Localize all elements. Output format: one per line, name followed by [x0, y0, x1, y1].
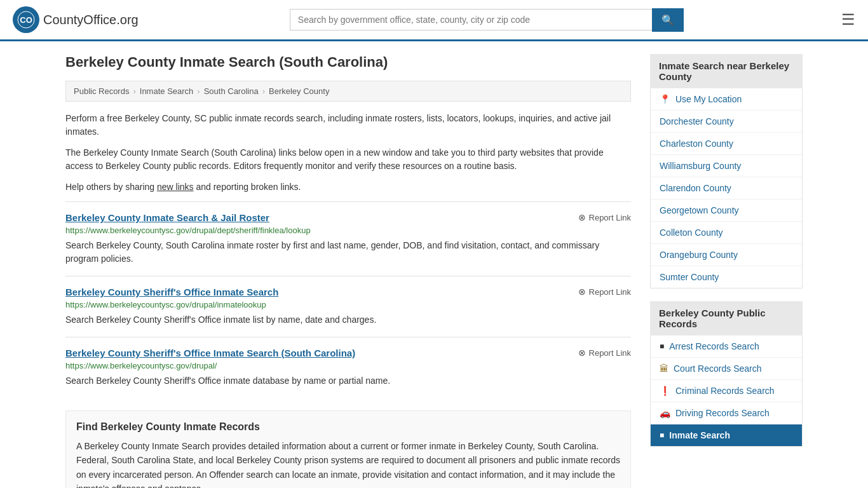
description-para-1: Perform a free Berkeley County, SC publi… [65, 112, 631, 139]
orangeburg-county-link[interactable]: Orangeburg County [660, 250, 738, 260]
logo-area[interactable]: CO CountyOffice.org [13, 6, 139, 33]
result-item-2: Berkeley County Sheriff's Office Inmate … [65, 276, 631, 337]
breadcrumb: Public Records › Inmate Search › South C… [65, 81, 631, 102]
result-title-2[interactable]: Berkeley County Sheriff's Office Inmate … [65, 287, 278, 297]
result-header-3: Berkeley County Sheriff's Office Inmate … [65, 348, 631, 358]
sidebar-item-court-records[interactable]: 🏛 Court Records Search [651, 358, 802, 380]
description-para-2: The Berkeley County Inmate Search (South… [65, 146, 631, 173]
breadcrumb-sep-3: › [262, 86, 265, 96]
result-url-3[interactable]: https://www.berkeleycountysc.gov/drupal/ [65, 361, 631, 370]
sidebar-item-criminal-records[interactable]: ❗ Criminal Records Search [651, 380, 802, 402]
driving-records-link[interactable]: Driving Records Search [675, 408, 770, 418]
breadcrumb-south-carolina[interactable]: South Carolina [204, 86, 259, 96]
sidebar-item-clarendon[interactable]: Clarendon County [651, 177, 802, 200]
search-button[interactable]: 🔍 [652, 8, 684, 32]
williamsburg-county-link[interactable]: Williamsburg County [660, 161, 741, 171]
court-records-icon: 🏛 [660, 363, 668, 374]
sidebar-item-orangeburg[interactable]: Orangeburg County [651, 244, 802, 266]
inmate-search-icon: ■ [660, 431, 664, 440]
breadcrumb-sep-2: › [197, 86, 200, 96]
result-header-1: Berkeley County Inmate Search & Jail Ros… [65, 212, 631, 223]
sidebar-item-driving-records[interactable]: 🚗 Driving Records Search [651, 402, 802, 424]
description-para-3: Help others by sharing new links and rep… [65, 180, 631, 194]
result-desc-2: Search Berkeley County Sheriff's Office … [65, 313, 631, 327]
breadcrumb-inmate-search[interactable]: Inmate Search [140, 86, 194, 96]
result-desc-3: Search Berkeley County Sheriff's Office … [65, 374, 631, 388]
sidebar-item-use-my-location[interactable]: 📍 Use My Location [651, 88, 802, 111]
find-title: Find Berkeley County Inmate Records [76, 421, 620, 433]
sumter-county-link[interactable]: Sumter County [660, 272, 719, 282]
sidebar-nearby-section: Inmate Search near Berkeley County 📍 Use… [650, 54, 803, 288]
result-header-2: Berkeley County Sheriff's Office Inmate … [65, 287, 631, 297]
sidebar-public-records-header: Berkeley County Public Records [650, 301, 803, 336]
breadcrumb-public-records[interactable]: Public Records [74, 86, 129, 96]
breadcrumb-berkeley: Berkeley County [269, 86, 329, 96]
breadcrumb-sep-1: › [133, 86, 135, 96]
arrest-records-icon: ■ [660, 342, 664, 351]
sidebar-item-colleton[interactable]: Colleton County [651, 222, 802, 244]
report-link-3[interactable]: ⊗ Report Link [578, 348, 631, 358]
content-area: Berkeley County Inmate Search (South Car… [65, 54, 631, 488]
colleton-county-link[interactable]: Colleton County [660, 227, 723, 238]
result-item-1: Berkeley County Inmate Search & Jail Ros… [65, 201, 631, 276]
svg-text:CO: CO [20, 15, 32, 25]
report-link-1[interactable]: ⊗ Report Link [578, 212, 631, 222]
search-input[interactable] [290, 9, 652, 30]
main-container: Berkeley County Inmate Search (South Car… [53, 54, 815, 488]
result-url-1[interactable]: https://www.berkeleycountysc.gov/drupal/… [65, 226, 631, 235]
location-pin-icon: 📍 [660, 94, 670, 104]
sidebar-item-sumter[interactable]: Sumter County [651, 266, 802, 288]
result-url-2[interactable]: https://www.berkeleycountysc.gov/drupal/… [65, 300, 631, 309]
use-my-location-link[interactable]: Use My Location [675, 94, 742, 104]
charleston-county-link[interactable]: Charleston County [660, 139, 733, 149]
sidebar-nearby-header: Inmate Search near Berkeley County [650, 54, 803, 88]
hamburger-menu-icon[interactable]: ☰ [841, 11, 855, 29]
sidebar-nearby-list: 📍 Use My Location Dorchester County Char… [650, 88, 803, 288]
report-icon-1: ⊗ [578, 212, 586, 222]
report-icon-3: ⊗ [578, 348, 586, 358]
find-desc: A Berkeley County Inmate Search provides… [76, 439, 620, 488]
sidebar-public-records-list: ■ Arrest Records Search 🏛 Court Records … [650, 336, 803, 447]
header: CO CountyOffice.org 🔍 ☰ [0, 0, 868, 41]
inmate-search-link[interactable]: Inmate Search [669, 430, 730, 440]
page-title: Berkeley County Inmate Search (South Car… [65, 54, 631, 71]
criminal-records-icon: ❗ [660, 386, 670, 396]
sidebar: Inmate Search near Berkeley County 📍 Use… [650, 54, 803, 488]
sidebar-item-inmate-search[interactable]: ■ Inmate Search [651, 424, 802, 446]
sidebar-item-georgetown[interactable]: Georgetown County [651, 200, 802, 222]
search-bar: 🔍 [290, 8, 684, 32]
dorchester-county-link[interactable]: Dorchester County [660, 116, 734, 126]
result-desc-1: Search Berkeley County, South Carolina i… [65, 239, 631, 266]
sidebar-item-williamsburg[interactable]: Williamsburg County [651, 155, 802, 177]
logo-icon: CO [13, 6, 39, 33]
clarendon-county-link[interactable]: Clarendon County [660, 183, 731, 193]
sidebar-item-charleston[interactable]: Charleston County [651, 133, 802, 155]
sidebar-item-arrest-records[interactable]: ■ Arrest Records Search [651, 336, 802, 358]
georgetown-county-link[interactable]: Georgetown County [660, 205, 739, 215]
result-item-3: Berkeley County Sheriff's Office Inmate … [65, 337, 631, 398]
result-title-3[interactable]: Berkeley County Sheriff's Office Inmate … [65, 348, 355, 358]
new-links-link[interactable]: new links [157, 182, 194, 192]
arrest-records-link[interactable]: Arrest Records Search [669, 341, 759, 351]
report-link-2[interactable]: ⊗ Report Link [578, 287, 631, 297]
criminal-records-link[interactable]: Criminal Records Search [675, 386, 775, 396]
court-records-link[interactable]: Court Records Search [674, 363, 762, 374]
report-icon-2: ⊗ [578, 287, 586, 297]
sidebar-item-dorchester[interactable]: Dorchester County [651, 111, 802, 133]
driving-records-icon: 🚗 [660, 408, 670, 418]
logo-text: CountyOffice.org [43, 13, 139, 27]
find-section: Find Berkeley County Inmate Records A Be… [65, 410, 631, 488]
sidebar-public-records-section: Berkeley County Public Records ■ Arrest … [650, 301, 803, 447]
result-title-1[interactable]: Berkeley County Inmate Search & Jail Ros… [65, 212, 269, 223]
